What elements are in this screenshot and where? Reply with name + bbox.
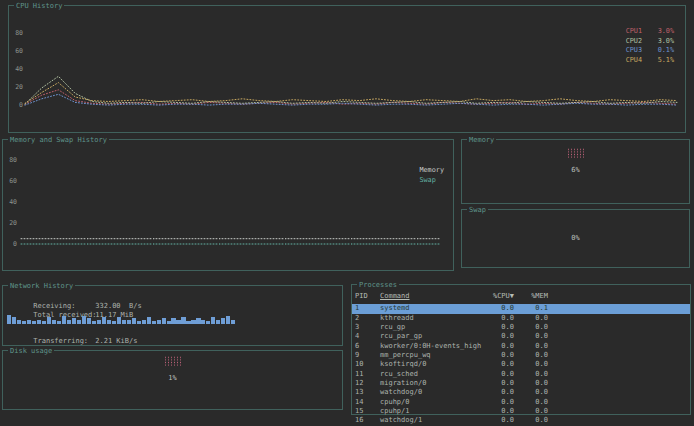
process-pid: 9 <box>355 351 380 360</box>
process-pid: 4 <box>355 332 380 341</box>
network-sparkline-bar <box>62 316 66 324</box>
swap-gauge-title: Swap <box>467 206 488 214</box>
cpu-legend-item: CPU45.1% <box>626 56 674 66</box>
network-receiving-sparkline <box>7 313 236 324</box>
process-mem: 0.0 <box>514 332 548 341</box>
process-mem: 0.0 <box>514 416 548 425</box>
disk-usage-title: Disk usage <box>8 347 54 355</box>
column-header-cpu-sort[interactable]: %CPU▼ <box>482 292 514 301</box>
network-sparkline-bar <box>77 320 81 324</box>
process-row[interactable]: 16watchdog/10.00.0 <box>352 416 690 425</box>
process-row[interactable]: 15cpuhp/10.00.0 <box>352 407 690 416</box>
memory-usage-dots-icon <box>567 148 584 158</box>
disk-percent: 1% <box>168 374 176 382</box>
network-sparkline-bar <box>87 318 91 324</box>
process-cpu: 0.0 <box>482 304 514 313</box>
network-sparkline-bar <box>152 321 156 324</box>
process-row[interactable]: 10ksoftirqd/00.00.0 <box>352 360 690 369</box>
process-mem: 0.0 <box>514 370 548 379</box>
process-row[interactable]: 13watchdog/00.00.0 <box>352 388 690 397</box>
network-sparkline-bar <box>92 321 96 324</box>
process-row[interactable]: 9mm_percpu_wq0.00.0 <box>352 351 690 360</box>
network-sparkline-bar <box>191 320 195 324</box>
network-sparkline-bar <box>12 317 16 324</box>
network-sparkline-bar <box>196 318 200 324</box>
process-command: rcu_par_gp <box>380 332 482 341</box>
cpu-legend: CPU13.0%CPU23.0%CPU30.1%CPU45.1% <box>626 27 674 65</box>
process-cpu: 0.0 <box>482 407 514 416</box>
column-header-command[interactable]: Command <box>380 292 482 301</box>
memory-swap-history-panel: Memory and Swap History 806040200 Memory… <box>2 139 454 271</box>
processes-title: Processes <box>357 281 399 289</box>
process-pid: 6 <box>355 342 380 351</box>
cpu-legend-label: CPU1 <box>626 27 642 37</box>
process-cpu: 0.0 <box>482 360 514 369</box>
network-sparkline-bar <box>117 317 121 324</box>
network-sparkline-bar <box>181 317 185 324</box>
network-sparkline-bar <box>137 321 141 324</box>
process-command: ksoftirqd/0 <box>380 360 482 369</box>
network-sparkline-bar <box>216 320 220 324</box>
process-cpu: 0.0 <box>482 398 514 407</box>
network-sparkline-bar <box>176 320 180 324</box>
memory-swap-legend: MemorySwap <box>419 166 444 185</box>
cpu-legend-item: CPU30.1% <box>626 46 674 56</box>
network-sparkline-bar <box>132 318 136 324</box>
process-cpu: 0.0 <box>482 370 514 379</box>
process-command: cpuhp/1 <box>380 407 482 416</box>
cpu-history-chart <box>9 6 685 132</box>
cpu-history-panel: CPU History 806040200 CPU13.0%CPU23.0%CP… <box>8 5 686 133</box>
process-mem: 0.0 <box>514 407 548 416</box>
process-cpu: 0.0 <box>482 342 514 351</box>
process-command: rcu_gp <box>380 323 482 332</box>
network-sparkline-bar <box>142 320 146 324</box>
network-sparkline-bar <box>186 321 190 324</box>
disk-usage-dots-icon <box>164 356 181 366</box>
network-sparkline-bar <box>72 318 76 324</box>
network-history-title: Network History <box>8 282 75 290</box>
network-sparkline-bar <box>201 320 205 324</box>
process-cpu: 0.0 <box>482 314 514 323</box>
network-sparkline-bar <box>52 320 56 324</box>
process-row[interactable]: 2kthreadd0.00.0 <box>352 314 690 323</box>
process-command: kworker/0:0H-events_high <box>380 342 482 351</box>
network-sparkline-bar <box>57 321 61 324</box>
process-row[interactable]: 4rcu_par_gp0.00.0 <box>352 332 690 341</box>
process-pid: 15 <box>355 407 380 416</box>
process-row[interactable]: 11rcu_sched0.00.0 <box>352 370 690 379</box>
cpu-legend-item: CPU23.0% <box>626 37 674 47</box>
cpu-legend-label: CPU4 <box>626 56 642 66</box>
memswap-legend-label: Memory <box>419 166 444 176</box>
process-mem: 0.0 <box>514 398 548 407</box>
memswap-legend-label: Swap <box>419 176 444 186</box>
process-mem: 0.0 <box>514 360 548 369</box>
network-sparkline-bar <box>162 318 166 324</box>
network-sparkline-bar <box>211 317 215 324</box>
process-row[interactable]: 6kworker/0:0H-events_high0.00.0 <box>352 342 690 351</box>
network-sparkline-bar <box>226 316 230 324</box>
process-command: kthreadd <box>380 314 482 323</box>
process-row[interactable]: 14cpuhp/00.00.0 <box>352 398 690 407</box>
process-row[interactable]: 12migration/00.00.0 <box>352 379 690 388</box>
column-header-mem[interactable]: %MEM <box>514 292 548 301</box>
process-pid: 10 <box>355 360 380 369</box>
process-command: systemd <box>380 304 482 313</box>
network-sparkline-bar <box>112 321 116 324</box>
disk-usage-panel: Disk usage 1% <box>2 350 343 410</box>
process-row[interactable]: 3rcu_gp0.00.0 <box>352 323 690 332</box>
process-mem: 0.0 <box>514 388 548 397</box>
process-mem: 0.0 <box>514 323 548 332</box>
network-sparkline-bar <box>127 320 131 324</box>
column-header-pid[interactable]: PID <box>355 292 380 301</box>
process-mem: 0.0 <box>514 351 548 360</box>
network-sparkline-bar <box>7 315 11 324</box>
cpu-legend-value: 0.1% <box>650 46 674 56</box>
network-sparkline-bar <box>157 320 161 324</box>
network-sparkline-bar <box>167 321 171 324</box>
process-pid: 16 <box>355 416 380 425</box>
memory-percent: 6% <box>571 166 579 174</box>
network-sparkline-bar <box>67 320 71 324</box>
process-cpu: 0.0 <box>482 332 514 341</box>
process-mem: 0.0 <box>514 342 548 351</box>
process-row-selected[interactable]: 1systemd0.00.1 <box>352 304 690 313</box>
